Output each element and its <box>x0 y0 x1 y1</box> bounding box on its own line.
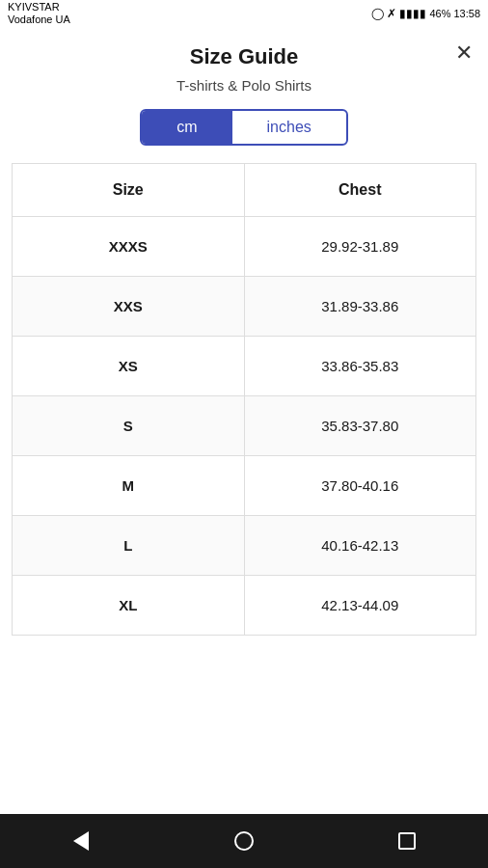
chest-cell: 35.83-37.80 <box>244 396 476 456</box>
toggle-inches[interactable]: inches <box>232 111 346 144</box>
unit-toggle: cm inches <box>140 109 348 146</box>
home-icon <box>234 831 254 851</box>
size-cell: M <box>13 456 245 516</box>
unit-toggle-container: cm inches <box>0 109 488 146</box>
chest-cell: 42.13-44.09 <box>244 576 476 636</box>
chest-cell: 29.92-31.89 <box>244 217 476 277</box>
signal-icon: ▮▮▮▮ <box>399 7 426 20</box>
table-row: S35.83-37.80 <box>13 396 476 456</box>
size-cell: L <box>13 516 245 576</box>
size-value: M <box>122 477 135 494</box>
table-row: L40.16-42.13 <box>13 516 476 576</box>
nav-bar <box>0 814 488 868</box>
network-name: Vodafone UA <box>8 14 70 26</box>
subtitle: T-shirts & Polo Shirts <box>0 77 488 94</box>
back-icon <box>73 831 89 851</box>
main-content: Size Guide ✕ T-shirts & Polo Shirts cm i… <box>0 27 488 814</box>
bluetooth-icon: ✗ <box>387 7 396 20</box>
battery-level: 46% <box>429 8 450 19</box>
chest-cell: 37.80-40.16 <box>244 456 476 516</box>
size-value: XS <box>119 358 138 374</box>
size-cell: XXXS <box>13 217 245 277</box>
chest-cell: 40.16-42.13 <box>244 516 476 576</box>
header: Size Guide ✕ <box>0 27 488 77</box>
table-row: XS33.86-35.83 <box>13 337 476 396</box>
size-value: S <box>123 418 133 434</box>
nav-back-button[interactable] <box>62 822 100 860</box>
size-cell: XS <box>13 337 245 396</box>
size-table: Size Chest XXXS29.92-31.89XXS31.89-33.86… <box>12 163 476 636</box>
chest-cell: 33.86-35.83 <box>244 337 476 396</box>
size-value: XXXS <box>109 238 148 255</box>
nav-home-button[interactable] <box>225 822 263 860</box>
chest-cell: 31.89-33.86 <box>244 277 476 337</box>
nav-recents-button[interactable] <box>388 822 426 860</box>
table-header-row: Size Chest <box>13 164 476 217</box>
toggle-cm[interactable]: cm <box>142 111 231 144</box>
table-row: XXXS29.92-31.89 <box>13 217 476 277</box>
table-row: M37.80-40.16 <box>13 456 476 516</box>
time-display: 13:58 <box>453 8 480 19</box>
table-row: XL42.13-44.09 <box>13 576 476 636</box>
column-header-chest: Chest <box>244 164 476 217</box>
column-header-size: Size <box>13 164 245 217</box>
close-button[interactable]: ✕ <box>455 42 473 64</box>
carrier-name: KYIVSTAR <box>8 1 70 14</box>
size-cell: XXS <box>13 277 245 337</box>
size-value: L <box>123 537 132 554</box>
page-title: Size Guide <box>46 44 442 69</box>
size-value: XXS <box>114 298 143 314</box>
table-row: XXS31.89-33.86 <box>13 277 476 337</box>
recents-icon <box>398 832 416 850</box>
wifi-icon: ◯ <box>371 7 384 20</box>
status-bar: KYIVSTAR Vodafone UA ◯ ✗ ▮▮▮▮ 46% 13:58 <box>0 0 488 27</box>
status-right: ◯ ✗ ▮▮▮▮ 46% 13:58 <box>371 7 480 20</box>
size-cell: S <box>13 396 245 456</box>
size-cell: XL <box>13 576 245 636</box>
size-value: XL <box>119 597 137 613</box>
carrier-info: KYIVSTAR Vodafone UA <box>8 1 70 26</box>
